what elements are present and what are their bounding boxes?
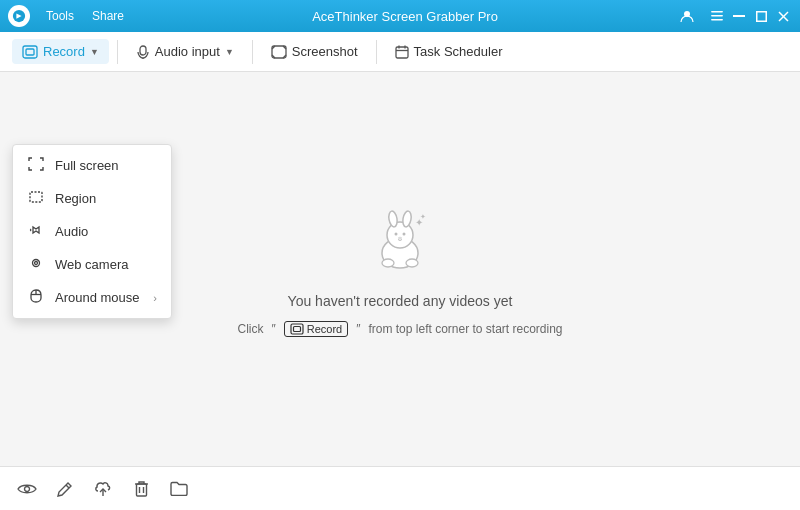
svg-rect-41 <box>136 484 146 496</box>
svg-rect-21 <box>30 192 42 202</box>
menu-icon[interactable] <box>708 7 726 25</box>
separator-2 <box>252 40 253 64</box>
preview-button[interactable] <box>16 478 38 500</box>
web-camera-label: Web camera <box>55 257 128 272</box>
screenshot-button[interactable]: Screenshot <box>261 39 368 64</box>
svg-line-40 <box>66 485 69 488</box>
app-container: Tools Share AceThinker Screen Grabber Pr… <box>0 0 800 510</box>
empty-state: ✦ ✦ You haven't recorded any videos yet … <box>237 201 562 337</box>
svg-rect-2 <box>711 11 723 13</box>
hint-record-badge: Record <box>284 321 348 337</box>
screenshot-label: Screenshot <box>292 44 358 59</box>
title-bar-menus: Tools Share <box>38 5 132 27</box>
svg-rect-37 <box>291 324 303 334</box>
bottom-bar <box>0 466 800 510</box>
record-label: Record <box>43 44 85 59</box>
svg-point-33 <box>382 259 394 267</box>
record-dropdown-menu: Full screen Region Audi <box>12 144 172 319</box>
audio-input-label: Audio input <box>155 44 220 59</box>
edit-button[interactable] <box>54 478 76 500</box>
toolbar: Record ▼ Audio input ▼ Screenshot <box>0 32 800 72</box>
svg-point-29 <box>402 210 413 227</box>
dropdown-audio[interactable]: Audio <box>13 215 171 248</box>
app-title: AceThinker Screen Grabber Pro <box>132 9 678 24</box>
svg-rect-5 <box>733 15 745 17</box>
hint-text: Click ″ Record ″ from top left corner to… <box>237 321 562 337</box>
close-button[interactable] <box>774 7 792 25</box>
svg-rect-6 <box>756 11 766 21</box>
title-bar: Tools Share AceThinker Screen Grabber Pr… <box>0 0 800 32</box>
svg-point-28 <box>388 210 399 227</box>
region-icon <box>27 190 45 207</box>
dropdown-full-screen[interactable]: Full screen <box>13 149 171 182</box>
upload-button[interactable] <box>92 478 114 500</box>
around-mouse-arrow: › <box>153 292 157 304</box>
svg-rect-10 <box>26 49 34 55</box>
dropdown-region[interactable]: Region <box>13 182 171 215</box>
maximize-button[interactable] <box>752 7 770 25</box>
separator-1 <box>117 40 118 64</box>
dropdown-web-camera[interactable]: Web camera <box>13 248 171 281</box>
delete-button[interactable] <box>130 478 152 500</box>
mouse-icon <box>27 289 45 306</box>
svg-rect-17 <box>396 47 408 58</box>
record-dropdown-arrow: ▼ <box>90 47 99 57</box>
minimize-button[interactable] <box>730 7 748 25</box>
empty-title: You haven't recorded any videos yet <box>288 293 513 309</box>
svg-point-31 <box>403 233 406 236</box>
user-icon[interactable] <box>678 7 696 25</box>
hint-click: Click <box>237 322 263 336</box>
svg-rect-38 <box>293 327 300 332</box>
task-scheduler-label: Task Scheduler <box>414 44 503 59</box>
audio-label: Audio <box>55 224 88 239</box>
hint-suffix: from top left corner to start recording <box>368 322 562 336</box>
region-label: Region <box>55 191 96 206</box>
svg-point-27 <box>387 222 413 248</box>
separator-3 <box>376 40 377 64</box>
webcam-icon <box>27 256 45 273</box>
window-controls <box>678 7 792 25</box>
svg-text:✦: ✦ <box>420 213 426 220</box>
audio-dropdown-arrow: ▼ <box>225 47 234 57</box>
empty-illustration: ✦ ✦ <box>360 201 440 281</box>
svg-point-30 <box>395 233 398 236</box>
full-screen-label: Full screen <box>55 158 119 173</box>
dropdown-around-mouse[interactable]: Around mouse › <box>13 281 171 314</box>
audio-icon <box>27 223 45 240</box>
svg-point-39 <box>25 486 30 491</box>
svg-rect-3 <box>711 15 723 17</box>
folder-button[interactable] <box>168 478 190 500</box>
svg-rect-9 <box>23 46 37 58</box>
svg-point-23 <box>35 262 38 265</box>
svg-point-34 <box>406 259 418 267</box>
menu-share[interactable]: Share <box>84 5 132 27</box>
hint-record-label: Record <box>307 323 342 335</box>
app-logo <box>8 5 30 27</box>
fullscreen-icon <box>27 157 45 174</box>
audio-input-button[interactable]: Audio input ▼ <box>126 39 244 64</box>
svg-point-22 <box>33 260 40 267</box>
record-button[interactable]: Record ▼ <box>12 39 109 64</box>
svg-point-32 <box>398 237 402 239</box>
svg-rect-4 <box>711 19 723 21</box>
task-scheduler-button[interactable]: Task Scheduler <box>385 39 513 64</box>
around-mouse-label: Around mouse <box>55 290 140 305</box>
menu-tools[interactable]: Tools <box>38 5 82 27</box>
